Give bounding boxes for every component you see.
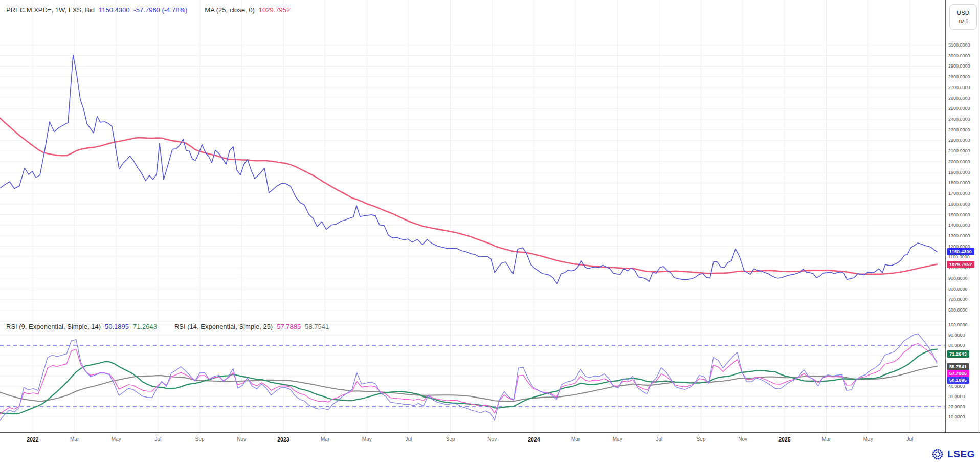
date-axis-label: Jul bbox=[406, 436, 412, 442]
rsi14-value: 57.7885 bbox=[277, 323, 301, 330]
ma-value: 1029.7952 bbox=[259, 6, 290, 14]
date-axis-label: Sep bbox=[195, 436, 205, 442]
date-axis-label: 2023 bbox=[277, 436, 289, 443]
lseg-logo: LSEG bbox=[931, 448, 975, 461]
last-value-badge: 1029.7952 bbox=[947, 261, 974, 268]
price-axis-tick: 2300.0000 bbox=[948, 127, 970, 133]
chart-window: PREC.M.XPD=, 1W, FXS, Bid 1150.4300 -57.… bbox=[0, 0, 980, 463]
last-value-badge: 71.2643 bbox=[947, 350, 969, 358]
unit-currency-label: USD bbox=[957, 10, 969, 16]
rsi-axis-tick: 30.0000 bbox=[948, 394, 965, 399]
unit-weight-label: oz t bbox=[959, 18, 968, 24]
date-axis-label: Nov bbox=[237, 436, 246, 442]
date-axis-label: May bbox=[613, 436, 622, 442]
instrument-label: PREC.M.XPD=, 1W, FXS, Bid bbox=[6, 6, 95, 14]
lseg-logo-text: LSEG bbox=[947, 449, 975, 460]
price-axis-tick: 1800.0000 bbox=[948, 180, 970, 185]
price-axis-tick: 1400.0000 bbox=[948, 223, 970, 228]
lseg-sunburst-icon bbox=[931, 448, 944, 461]
rsi-axis-tick: 80.0000 bbox=[948, 343, 965, 348]
rsi-axis-tick: 20.0000 bbox=[948, 404, 965, 409]
date-axis-label: Jul bbox=[656, 436, 662, 442]
date-axis-label: May bbox=[112, 436, 121, 442]
price-axis-tick: 700.0000 bbox=[948, 297, 968, 302]
date-axis-label: Sep bbox=[697, 436, 706, 442]
price-axis-tick: 2500.0000 bbox=[948, 106, 970, 111]
date-axis-label: Sep bbox=[446, 436, 455, 442]
rsi9-signal-value: 71.2643 bbox=[133, 323, 157, 330]
rsi14-signal-value: 58.7541 bbox=[305, 323, 329, 330]
date-axis-label: Mar bbox=[822, 436, 831, 442]
rsi-axis-tick: 10.0000 bbox=[948, 414, 965, 420]
price-axis-unit-box: USD oz t bbox=[949, 4, 977, 30]
price-axis-tick: 2200.0000 bbox=[948, 138, 970, 143]
date-axis-label: 2022 bbox=[27, 436, 38, 443]
date-axis-label: Mar bbox=[571, 436, 580, 442]
last-value-badge: 57.7885 bbox=[947, 370, 969, 377]
rsi-axis-tick: 100.0000 bbox=[948, 322, 968, 327]
last-price-value: 1150.4300 bbox=[99, 6, 130, 14]
rsi9-study-label: RSI (9, Exponential, Simple, 14) bbox=[6, 323, 101, 330]
date-axis-label: May bbox=[863, 436, 873, 442]
price-axis-tick: 2100.0000 bbox=[948, 148, 970, 153]
date-axis-label: May bbox=[362, 436, 372, 442]
last-value-badge: 50.1895 bbox=[947, 377, 969, 384]
price-axis-tick: 800.0000 bbox=[948, 286, 968, 292]
price-axis-tick: 1300.0000 bbox=[948, 233, 970, 238]
price-legend: PREC.M.XPD=, 1W, FXS, Bid 1150.4300 -57.… bbox=[6, 6, 290, 14]
rsi9-value: 50.1895 bbox=[105, 323, 129, 330]
rsi-legend: RSI (9, Exponential, Simple, 14) 50.1895… bbox=[6, 323, 329, 330]
price-axis-tick: 2000.0000 bbox=[948, 159, 970, 164]
rsi-axis-tick: 40.0000 bbox=[948, 384, 965, 389]
ma-study-label: MA (25, close, 0) bbox=[205, 6, 255, 14]
price-axis-tick: 2700.0000 bbox=[948, 85, 970, 90]
price-axis-tick: 1900.0000 bbox=[948, 170, 970, 175]
rsi14-study-label: RSI (14, Exponential, Simple, 25) bbox=[174, 323, 273, 330]
rsi-axis-tick: 90.0000 bbox=[948, 333, 965, 338]
date-axis-label: Mar bbox=[321, 436, 329, 442]
price-axis-tick: 2900.0000 bbox=[948, 63, 970, 69]
price-axis-tick: 3100.0000 bbox=[948, 42, 970, 48]
price-axis-tick: 1500.0000 bbox=[948, 212, 970, 217]
date-axis-label: Jul bbox=[155, 436, 162, 442]
last-value-badge: 1150.4300 bbox=[947, 248, 974, 255]
price-axis-tick: 600.0000 bbox=[948, 307, 968, 313]
date-axis-label: 2024 bbox=[528, 436, 540, 443]
price-axis-tick: 1700.0000 bbox=[948, 191, 970, 196]
price-axis-tick: 2400.0000 bbox=[948, 117, 970, 122]
price-chart-canvas[interactable] bbox=[0, 0, 980, 463]
price-axis-tick: 2800.0000 bbox=[948, 74, 970, 79]
date-axis-label: Jul bbox=[906, 436, 913, 442]
date-axis-label: Nov bbox=[487, 436, 497, 442]
price-axis-tick: 1600.0000 bbox=[948, 202, 970, 207]
price-axis-tick: 900.0000 bbox=[948, 276, 968, 281]
date-axis-label: Mar bbox=[70, 436, 79, 442]
last-value-badge: 58.7541 bbox=[947, 363, 969, 370]
price-change-value: -57.7960 (-4.78%) bbox=[134, 6, 188, 14]
date-axis-label: Nov bbox=[738, 436, 747, 442]
price-axis-tick: 2600.0000 bbox=[948, 96, 970, 101]
price-axis-tick: 3000.0000 bbox=[948, 53, 970, 58]
date-axis-label: 2025 bbox=[778, 436, 790, 443]
